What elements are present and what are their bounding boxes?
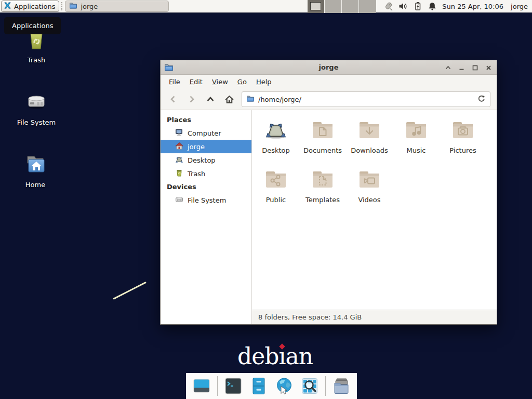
folder-label: Videos [358, 196, 380, 204]
stray-line-artifact [113, 282, 147, 300]
window-controls [444, 60, 493, 75]
folder-icon [246, 95, 255, 104]
downloads-folder-icon [357, 117, 382, 144]
sidebar-item-jorge[interactable]: jorge [161, 140, 251, 153]
music-folder-icon [404, 117, 429, 144]
notifications-bell-icon[interactable] [428, 2, 437, 11]
back-button[interactable] [167, 93, 179, 105]
menu-view[interactable]: View [207, 76, 233, 88]
menu-file[interactable]: File [164, 76, 185, 88]
statusbar: 8 folders, Free space: 14.4 GiB [252, 310, 497, 324]
top-panel: Applications jorge [0, 0, 532, 13]
sidebar-item-label: Trash [188, 170, 205, 178]
devices-header: Devices [161, 180, 251, 193]
file-manager-icon[interactable] [331, 376, 351, 396]
menu-edit[interactable]: Edit [185, 76, 207, 88]
folder-videos[interactable]: Videos [346, 167, 393, 216]
side-pane: Places Computer [161, 110, 252, 324]
workspace-window-preview [310, 2, 321, 10]
forward-button[interactable] [185, 93, 198, 105]
folder-icon [69, 2, 77, 11]
panel-clock[interactable]: Sun 25 Apr, 10:06 [442, 3, 503, 10]
sidebar-item-label: Computer [188, 129, 221, 137]
show-desktop-icon[interactable] [192, 376, 211, 396]
battery-charging-icon[interactable] [413, 2, 422, 11]
workspace-switcher [308, 0, 376, 13]
sidebar-item-label: File System [188, 196, 226, 204]
pictures-folder-icon [450, 117, 475, 144]
folder-label: Templates [305, 196, 340, 204]
sidebar-item-desktop[interactable]: Desktop [161, 153, 251, 167]
trash-icon [175, 169, 183, 179]
dock-separator [325, 376, 326, 396]
debian-logo: debıan [237, 343, 313, 369]
hard-drive-icon [24, 108, 49, 116]
file-manager-window: jorge File Edit View Go Help [160, 60, 497, 325]
sidebar-item-label: jorge [188, 143, 205, 151]
desktop-icon-label: Trash [7, 56, 65, 64]
folder-label: Pictures [449, 147, 476, 154]
sidebar-item-trash[interactable]: Trash [161, 167, 251, 180]
location-path[interactable]: /home/jorge/ [258, 96, 473, 103]
up-button[interactable] [204, 93, 217, 105]
computer-icon [175, 128, 183, 138]
reload-button[interactable] [477, 94, 486, 104]
workspace-2[interactable] [325, 0, 342, 13]
folder-label: Documents [303, 147, 342, 154]
menu-help[interactable]: Help [251, 76, 276, 88]
web-browser-icon[interactable] [274, 376, 294, 396]
volume-icon[interactable] [398, 2, 408, 11]
taskbar-window-button[interactable]: jorge [65, 1, 169, 12]
folder-label: Music [407, 147, 426, 154]
folder-label: Downloads [351, 147, 388, 154]
folder-music[interactable]: Music [393, 117, 440, 167]
folder-pictures[interactable]: Pictures [440, 117, 486, 167]
desktop-icon [175, 155, 183, 165]
home-folder-icon [23, 170, 48, 178]
sidebar-item-computer[interactable]: Computer [161, 126, 251, 140]
panel-handle[interactable] [61, 2, 64, 10]
toolbar: /home/jorge/ [161, 89, 497, 110]
window-folder-icon [164, 63, 174, 74]
desktop-pad-icon [263, 117, 288, 144]
shade-button[interactable] [444, 64, 452, 72]
applications-menu-button[interactable]: Applications [1, 1, 59, 12]
videos-folder-icon [357, 167, 382, 193]
folder-templates[interactable]: Templates [299, 167, 346, 216]
status-text: 8 folders, Free space: 14.4 GiB [258, 313, 362, 321]
folder-desktop[interactable]: Desktop [252, 117, 299, 167]
close-button[interactable] [485, 64, 493, 72]
terminal-icon[interactable] [223, 376, 243, 396]
desktop-icon-home[interactable]: Home [6, 152, 64, 189]
folder-label: Public [266, 196, 286, 204]
public-folder-icon [263, 167, 288, 193]
screen: { "panel": { "applications_label": "Appl… [0, 0, 532, 399]
file-cabinet-icon[interactable] [249, 376, 269, 396]
desktop-icon-file-system[interactable]: File System [7, 89, 65, 126]
folder-downloads[interactable]: Downloads [346, 117, 393, 167]
xfce-logo-icon [4, 2, 11, 11]
pointer-device-icon[interactable] [383, 2, 393, 11]
maximize-button[interactable] [471, 64, 479, 72]
sidebar-item-file-system[interactable]: File System [161, 193, 251, 207]
home-icon [175, 142, 183, 152]
workspace-4[interactable] [359, 0, 376, 13]
bottom-dock [186, 373, 357, 399]
app-finder-icon[interactable] [300, 376, 320, 396]
trash-can-icon [24, 46, 49, 54]
menu-go[interactable]: Go [233, 76, 251, 88]
folder-public[interactable]: Public [252, 167, 299, 216]
folder-documents[interactable]: Documents [299, 117, 346, 167]
documents-folder-icon [310, 117, 335, 144]
desktop-icon-label: File System [7, 118, 65, 126]
location-bar[interactable]: /home/jorge/ [242, 91, 490, 107]
workspace-3[interactable] [342, 0, 359, 13]
desktop-icon-label: Home [6, 181, 64, 189]
window-titlebar[interactable]: jorge [161, 60, 497, 75]
applications-tooltip: Applications [4, 17, 61, 34]
panel-username[interactable]: jorge [511, 3, 528, 10]
menubar: File Edit View Go Help [161, 75, 497, 89]
home-button[interactable] [223, 93, 235, 105]
workspace-1[interactable] [308, 0, 325, 13]
minimize-button[interactable] [458, 64, 466, 72]
